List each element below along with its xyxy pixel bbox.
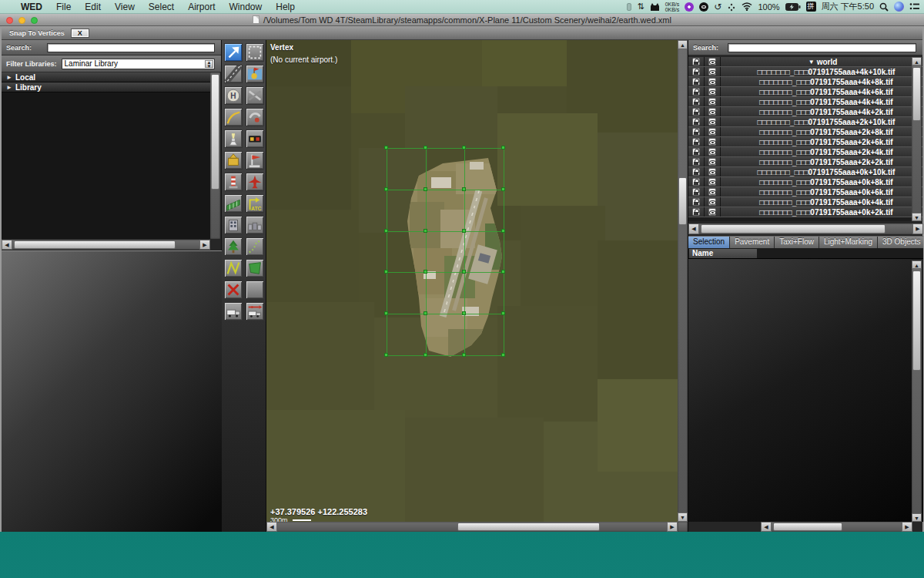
lock-cell[interactable] (688, 177, 705, 187)
hierarchy-hscroll-thumb[interactable] (701, 224, 886, 234)
snap-to-vertices-toggle[interactable]: X (71, 29, 89, 38)
time-machine-icon[interactable]: ↺ (714, 2, 721, 12)
scroll-left-icon[interactable]: ◀ (688, 223, 699, 234)
tower-viewpoint-tool[interactable] (224, 173, 243, 191)
status-pill-icon[interactable] (627, 3, 631, 11)
vertex-handle[interactable] (424, 229, 427, 233)
filter-libraries-select[interactable]: Laminar Library ▲▼ (62, 59, 215, 69)
scroll-right-icon[interactable]: ▶ (199, 240, 210, 250)
hierarchy-row-texture[interactable]: □□□□□□□_□□□07191755aaa+4k+4k.tif (688, 97, 922, 107)
library-vscroll-thumb[interactable] (211, 74, 219, 190)
vertex-handle[interactable] (462, 270, 466, 274)
tab-pavement[interactable]: Pavement (730, 237, 775, 248)
lock-cell[interactable] (688, 67, 705, 76)
vertex-handle[interactable] (424, 311, 427, 315)
vertex-handle[interactable] (424, 146, 427, 150)
close-button[interactable] (6, 17, 13, 24)
attribute-vscrollbar[interactable]: ▲ ▼ (912, 260, 922, 522)
hierarchy-row-texture[interactable]: □□□□□□□_□□□07191755aaa+2k+6k.tif (688, 137, 922, 147)
menu-clock[interactable]: 周六 下午5:50 (822, 1, 874, 12)
visibility-cell[interactable] (705, 177, 721, 187)
truck-route-tool[interactable] (246, 302, 264, 321)
visibility-cell[interactable] (705, 207, 721, 217)
input-method-badge[interactable]: 拼 (806, 2, 816, 12)
lock-cell[interactable] (688, 197, 705, 207)
lock-icon[interactable] (692, 128, 700, 136)
hierarchy-row-texture[interactable]: □□□□□□□_□□□07191755aaa+2k+2k.tif (688, 157, 922, 167)
purple-badge-icon[interactable] (685, 2, 694, 12)
tab-taxi-flow[interactable]: Taxi+Flow (775, 237, 819, 248)
zoom-button[interactable] (31, 17, 38, 24)
hierarchy-row-texture[interactable]: □□□□□□□_□□□07191755aaa+0k+8k.tif (688, 177, 922, 187)
scroll-up-icon[interactable]: ▲ (912, 260, 922, 269)
hole-tool[interactable] (246, 108, 264, 126)
tab-selection[interactable]: Selection (688, 237, 730, 248)
exclusion-zone-tool[interactable] (224, 281, 243, 299)
hierarchy-row-texture[interactable]: □□□□□□□_□□□07191755aaa+4k+2k.tif (688, 107, 922, 117)
vertex-tool[interactable] (224, 43, 243, 62)
item-name[interactable]: □□□□□□□_□□□07191755aaa+4k+6k.tif (721, 87, 922, 96)
battery-icon[interactable] (785, 3, 801, 11)
lock-icon[interactable] (692, 158, 700, 166)
window-title-bar[interactable]: /Volumes/Tom WD 4T/SteamLibrary/steamapp… (0, 14, 924, 26)
hierarchy-row-texture[interactable]: □□□□□□□_□□□07191755aaa+0k+10k.tif (688, 167, 922, 177)
vertex-handle[interactable] (501, 353, 505, 357)
eye-icon[interactable] (708, 118, 716, 126)
tab-3d-objects[interactable]: 3D Objects (878, 237, 923, 248)
tree-item-local[interactable]: ►Local (2, 72, 210, 82)
taxiline-tool[interactable] (224, 108, 243, 126)
vertex-handle[interactable] (501, 146, 505, 150)
atc-taxi-route-tool[interactable]: ATC (246, 194, 264, 213)
eye-icon[interactable] (708, 208, 716, 216)
item-name[interactable]: ▼world (721, 57, 922, 66)
eye-icon[interactable] (708, 188, 716, 196)
truck-parking-tool[interactable] (224, 302, 243, 321)
eye-icon[interactable] (708, 78, 716, 86)
visibility-cell[interactable] (705, 197, 721, 207)
lock-cell[interactable] (688, 207, 705, 217)
sealane-tool[interactable] (246, 65, 264, 83)
visibility-cell[interactable] (705, 127, 721, 136)
hierarchy-row-texture[interactable]: □□□□□□□_□□□07191755aaa+2k+10k.tif (688, 117, 922, 127)
attribute-vscroll-thumb[interactable] (912, 271, 921, 371)
visibility-cell[interactable] (705, 137, 721, 146)
vertex-handle[interactable] (501, 270, 505, 274)
disclosure-down-icon[interactable]: ▼ (808, 59, 815, 66)
item-name[interactable]: □□□□□□□_□□□07191755aaa+0k+8k.tif (721, 177, 922, 187)
scroll-left-icon[interactable]: ◀ (2, 240, 12, 250)
item-name[interactable]: □□□□□□□_□□□07191755aaa+4k+8k.tif (721, 77, 922, 86)
item-name[interactable]: □□□□□□□_□□□07191755aaa+4k+4k.tif (721, 97, 922, 106)
item-name[interactable]: □□□□□□□_□□□07191755aaa+2k+4k.tif (721, 147, 922, 156)
lock-cell[interactable] (688, 107, 705, 116)
eye-icon[interactable] (708, 168, 716, 176)
item-name[interactable]: □□□□□□□_□□□07191755aaa+4k+10k.tif (721, 67, 922, 76)
lock-cell[interactable] (688, 97, 705, 106)
map-vscrollbar[interactable]: ▲ ▼ (678, 40, 688, 522)
adobe-cc-icon[interactable] (699, 2, 708, 12)
vertex-handle[interactable] (462, 229, 466, 233)
eye-icon[interactable] (708, 178, 716, 186)
lock-icon[interactable] (692, 98, 700, 106)
eye-icon[interactable] (708, 98, 716, 106)
map-view[interactable]: Vertex (No current airport.) +37.379526 … (266, 40, 678, 522)
hierarchy-row-world[interactable]: ▼world (688, 57, 922, 67)
eye-icon[interactable] (708, 148, 716, 156)
menu-select[interactable]: Select (142, 2, 181, 12)
lock-icon[interactable] (692, 168, 700, 176)
vertex-handle[interactable] (501, 187, 505, 191)
select-stepper-icon[interactable]: ▲▼ (205, 60, 213, 68)
attribute-hscroll-thumb[interactable] (773, 523, 842, 531)
item-name[interactable]: □□□□□□□_□□□07191755aaa+0k+6k.tif (721, 187, 922, 197)
eye-icon[interactable] (708, 138, 716, 146)
scroll-down-icon[interactable]: ▼ (912, 213, 922, 221)
minimize-button[interactable] (18, 17, 25, 24)
vertex-handle[interactable] (462, 146, 466, 150)
lock-icon[interactable] (692, 208, 700, 216)
map-hscrollbar[interactable]: ◀ ▶ (266, 522, 678, 532)
item-name[interactable]: □□□□□□□_□□□07191755aaa+2k+8k.tif (721, 127, 922, 136)
vertex-handle[interactable] (384, 229, 388, 233)
hierarchy-row-texture[interactable]: □□□□□□□_□□□07191755aaa+4k+10k.tif (688, 67, 922, 77)
ramp-airplane-tool[interactable] (246, 173, 264, 191)
visibility-cell[interactable] (705, 87, 721, 96)
light-fixture-tool[interactable] (224, 129, 243, 148)
